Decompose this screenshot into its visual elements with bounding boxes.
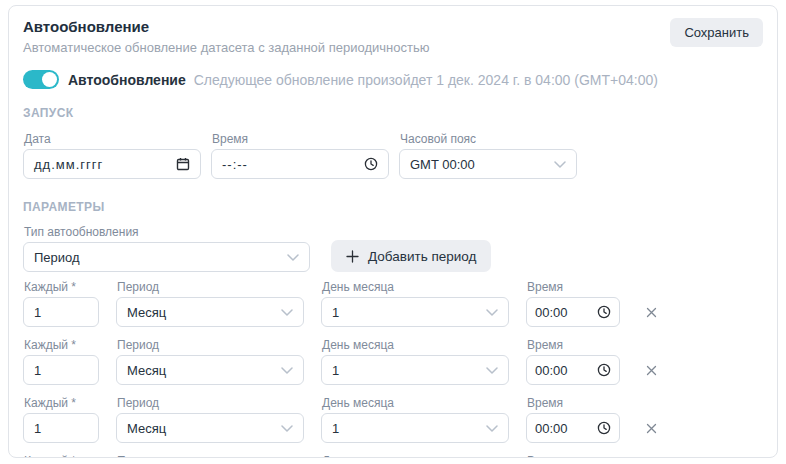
- autoupdate-type-field: Тип автообновления Период: [23, 214, 310, 272]
- start-time-label: Время: [212, 132, 389, 146]
- autoupdate-type-label: Тип автообновления: [24, 225, 310, 239]
- row-time-input[interactable]: 00:00: [526, 297, 620, 327]
- clock-icon[interactable]: [597, 305, 611, 319]
- day-of-month-value: 1: [332, 363, 339, 378]
- day-of-month-label: День месяца: [322, 280, 509, 294]
- day-of-month-select[interactable]: 1: [321, 355, 509, 385]
- period-select[interactable]: Месяц: [116, 355, 304, 385]
- period-field: Период Месяц: [116, 327, 304, 385]
- row-time-label: Время: [527, 454, 620, 458]
- period-value: Месяц: [127, 363, 166, 378]
- clock-icon[interactable]: [597, 421, 611, 435]
- period-value: Месяц: [127, 421, 166, 436]
- period-select[interactable]: Месяц: [116, 413, 304, 443]
- day-of-month-select[interactable]: 1: [321, 413, 509, 443]
- toggle-knob: [42, 72, 57, 87]
- row-time-label: Время: [527, 280, 620, 294]
- date-label: Дата: [24, 132, 201, 146]
- every-label: Каждый *: [24, 338, 99, 352]
- period-field: Период Месяц: [116, 269, 304, 327]
- period-label: Период: [117, 454, 304, 458]
- chevron-down-icon: [281, 309, 293, 316]
- remove-period-button[interactable]: [642, 355, 661, 385]
- close-icon: [646, 423, 657, 434]
- every-label: Каждый *: [24, 280, 99, 294]
- add-period-button[interactable]: Добавить период: [331, 240, 491, 272]
- day-of-month-field: День месяца 1: [321, 385, 509, 443]
- period-select[interactable]: Месяц: [116, 297, 304, 327]
- chevron-down-icon: [281, 367, 293, 374]
- row-time-label: Время: [527, 396, 620, 410]
- chevron-down-icon: [486, 425, 498, 432]
- start-time-placeholder: --:--: [222, 157, 248, 172]
- remove-period-button[interactable]: [642, 413, 661, 443]
- chevron-down-icon: [486, 367, 498, 374]
- day-of-month-label: День месяца: [322, 454, 509, 458]
- date-placeholder: дд.мм.гггг: [34, 157, 103, 172]
- row-time-value: 00:00: [535, 305, 568, 320]
- period-label: Период: [117, 280, 304, 294]
- page-title: Автообновление: [23, 18, 429, 35]
- type-row: Тип автообновления Период Добавить перио…: [23, 214, 763, 272]
- row-time-field: Время 00:00: [526, 327, 620, 385]
- row-time-input[interactable]: 00:00: [526, 413, 620, 443]
- chevron-down-icon: [281, 425, 293, 432]
- remove-period-button[interactable]: [642, 297, 661, 327]
- period-field: Период Месяц: [116, 385, 304, 443]
- autoupdate-type-value: Период: [34, 250, 80, 265]
- period-row: Каждый * 1 Период Месяц День месяца 1: [23, 443, 763, 458]
- next-update-status: Следующее обновление произойдет 1 дек. 2…: [194, 72, 658, 88]
- every-input[interactable]: 1: [23, 355, 99, 385]
- row-time-field: Время 00:00: [526, 269, 620, 327]
- launch-fields: Дата дд.мм.гггг Время --:-- Часовой пояс…: [23, 121, 763, 179]
- day-of-month-field: День месяца 1: [321, 269, 509, 327]
- row-time-field: Время 00:00: [526, 443, 620, 458]
- chevron-down-icon: [287, 254, 299, 261]
- row-time-field: Время 00:00: [526, 385, 620, 443]
- save-button[interactable]: Сохранить: [670, 18, 763, 47]
- calendar-icon[interactable]: [176, 157, 190, 171]
- clock-icon[interactable]: [364, 157, 378, 171]
- period-row: Каждый * 1 Период Месяц День месяца 1: [23, 385, 763, 443]
- autoupdate-toggle[interactable]: [23, 70, 59, 89]
- day-of-month-field: День месяца 1: [321, 327, 509, 385]
- every-field: Каждый * 1: [23, 443, 99, 458]
- every-value: 1: [34, 305, 41, 320]
- chevron-down-icon: [554, 161, 566, 168]
- date-input[interactable]: дд.мм.гггг: [23, 149, 201, 179]
- plus-icon: [346, 250, 359, 263]
- every-field: Каждый * 1: [23, 327, 99, 385]
- period-label: Период: [117, 338, 304, 352]
- day-of-month-label: День месяца: [322, 396, 509, 410]
- date-field: Дата дд.мм.гггг: [23, 121, 201, 179]
- every-value: 1: [34, 363, 41, 378]
- timezone-field: Часовой пояс GMT 00:00: [399, 121, 577, 179]
- timezone-label: Часовой пояс: [400, 132, 577, 146]
- start-time-input[interactable]: --:--: [211, 149, 389, 179]
- panel-header: Автообновление Автоматическое обновление…: [23, 18, 763, 55]
- period-rows: Каждый * 1 Период Месяц День месяца 1: [23, 269, 763, 458]
- row-time-value: 00:00: [535, 421, 568, 436]
- period-row: Каждый * 1 Период Месяц День месяца 1: [23, 269, 763, 327]
- day-of-month-value: 1: [332, 421, 339, 436]
- toggle-label: Автообновление: [68, 72, 186, 88]
- period-label: Период: [117, 396, 304, 410]
- day-of-month-label: День месяца: [322, 338, 509, 352]
- autoupdate-panel: Автообновление Автоматическое обновление…: [8, 5, 778, 458]
- autoupdate-type-select[interactable]: Период: [23, 242, 310, 272]
- row-time-input[interactable]: 00:00: [526, 355, 620, 385]
- every-input[interactable]: 1: [23, 297, 99, 327]
- timezone-select[interactable]: GMT 00:00: [399, 149, 577, 179]
- period-field: Период Месяц: [116, 443, 304, 458]
- every-label: Каждый *: [24, 454, 99, 458]
- timezone-value: GMT 00:00: [410, 157, 475, 172]
- every-input[interactable]: 1: [23, 413, 99, 443]
- header-text: Автообновление Автоматическое обновление…: [23, 18, 429, 55]
- start-time-field: Время --:--: [211, 121, 389, 179]
- toggle-row: Автообновление Следующее обновление прои…: [23, 70, 763, 89]
- section-parameters-title: ПАРАМЕТРЫ: [23, 200, 763, 214]
- day-of-month-select[interactable]: 1: [321, 297, 509, 327]
- every-value: 1: [34, 421, 41, 436]
- every-field: Каждый * 1: [23, 385, 99, 443]
- clock-icon[interactable]: [597, 363, 611, 377]
